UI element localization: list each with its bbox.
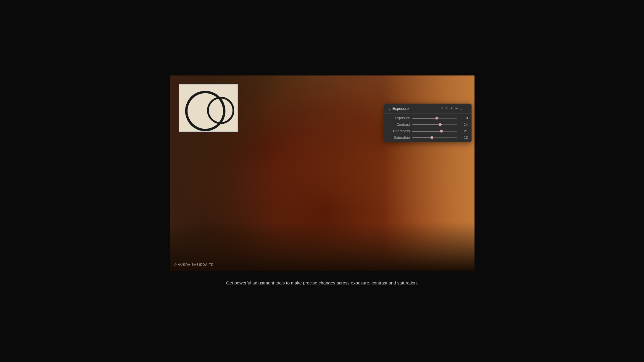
exposure-thumb[interactable] <box>435 117 438 120</box>
saturation-slider[interactable] <box>412 137 457 138</box>
saturation-label: Saturation <box>388 136 410 140</box>
exposure-label: Exposure <box>388 116 410 120</box>
exposure-row: Exposure 0 <box>388 116 468 120</box>
pin-icon[interactable]: ✦ <box>450 106 453 111</box>
collapse-chevron[interactable]: ⌄ <box>388 107 391 111</box>
exposure-panel: ⌄ Exposure ? ✎ ✦ ↩ ≡ ··· Exposure <box>384 104 472 142</box>
list-icon[interactable]: ≡ <box>460 106 463 111</box>
help-icon[interactable]: ? <box>440 106 443 111</box>
contrast-value: 14 <box>460 123 468 127</box>
contrast-fill <box>412 124 440 125</box>
saturation-thumb[interactable] <box>430 136 433 139</box>
exposure-value: 0 <box>460 116 468 120</box>
more-icon[interactable]: ··· <box>464 106 468 111</box>
saturation-fill <box>412 137 432 138</box>
panel-header: ⌄ Exposure ? ✎ ✦ ↩ ≡ ··· <box>384 104 472 114</box>
contrast-thumb[interactable] <box>439 123 442 126</box>
exposure-fill <box>412 118 437 119</box>
brightness-value: 21 <box>460 129 468 133</box>
panel-body: Exposure 0 Contrast 14 <box>384 114 472 142</box>
image-container: © Ausra Babiedaite ⌄ Exposure ? ✎ ✦ ↩ ≡ … <box>170 75 474 271</box>
caption-text: Get powerful adjustment tools to make pr… <box>226 280 418 287</box>
edit-icon[interactable]: ✎ <box>445 106 448 111</box>
contrast-slider[interactable] <box>412 124 457 125</box>
copyright-text: © Ausra Babiedaite <box>174 263 214 266</box>
brightness-thumb[interactable] <box>440 130 443 133</box>
panel-icon-group: ? ✎ ✦ ↩ ≡ ··· <box>440 106 468 111</box>
panel-title: Exposure <box>393 106 439 111</box>
brightness-fill <box>412 131 442 132</box>
brightness-label: Brightness <box>388 129 410 133</box>
brightness-slider[interactable] <box>412 131 457 132</box>
saturation-value: -13 <box>460 136 468 140</box>
brightness-row: Brightness 21 <box>388 129 468 133</box>
saturation-row: Saturation -13 <box>388 136 468 140</box>
exposure-slider[interactable] <box>412 118 457 119</box>
contrast-label: Contrast <box>388 123 410 127</box>
photo-wall-art <box>179 84 238 132</box>
undo-icon[interactable]: ↩ <box>455 106 459 111</box>
screen: © Ausra Babiedaite ⌄ Exposure ? ✎ ✦ ↩ ≡ … <box>0 0 644 362</box>
contrast-row: Contrast 14 <box>388 123 468 127</box>
